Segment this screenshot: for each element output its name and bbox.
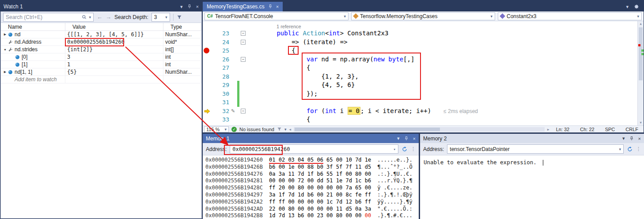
watch-value[interactable]: 0x000002556b194260 (65, 38, 163, 45)
watch-search-box[interactable]: ▾ (3, 13, 94, 22)
filter-icon[interactable] (177, 15, 182, 20)
collapse-region-icon[interactable]: − (241, 57, 246, 62)
search-icon[interactable] (82, 15, 87, 20)
scroll-right-icon[interactable]: ▸ (547, 127, 549, 132)
editor-horizontal-scrollbar[interactable] (294, 127, 545, 132)
column-header-name[interactable]: Name (1, 23, 65, 30)
memory2-view[interactable]: Unable to evaluate the expression. (420, 155, 644, 219)
chevron-down-icon[interactable]: ▾ (392, 147, 396, 151)
search-prev-icon[interactable]: ← (97, 14, 102, 20)
toolbar-overflow-icon[interactable]: ⋮ (636, 146, 641, 152)
line-number: 29 (209, 81, 229, 90)
collapse-region-icon[interactable]: − (241, 109, 246, 113)
code-text[interactable]: var nd = np.array(new byte[,] (307, 55, 414, 64)
watch-row[interactable]: ▶nd[1, 1]{5}NumShar... (1, 68, 201, 76)
memory1-hex-view[interactable]: 0x000002556B19426001 02 03 04 05 06 65 0… (203, 155, 419, 219)
annotation-underlined-bytes: 01 02 03 04 05 06 (269, 157, 323, 164)
window-position-icon[interactable]: ▾ (397, 136, 400, 141)
code-text[interactable]: { (292, 46, 295, 55)
pin-icon[interactable] (629, 136, 634, 141)
health-status-label[interactable]: No issues found (239, 127, 274, 132)
code-text[interactable]: { (307, 115, 310, 124)
status-column-number[interactable]: Ch: 22 (576, 127, 598, 132)
collapse-region-icon[interactable]: − (241, 40, 246, 45)
expand-icon[interactable]: ▶ (3, 70, 8, 74)
window-position-icon[interactable]: ▾ (180, 4, 183, 10)
issues-filter-icon[interactable]: ▾ (277, 127, 287, 132)
close-icon[interactable]: × (196, 4, 199, 9)
no-icon (8, 77, 13, 83)
code-text[interactable]: }); (307, 90, 318, 98)
chevron-down-icon[interactable]: ▾ (617, 147, 621, 151)
close-icon[interactable]: × (638, 136, 641, 141)
status-insert-mode[interactable]: SPC (601, 127, 619, 132)
code-text[interactable]: for (int i = 0; i < iterate; i++)≤ 2ms e… (307, 107, 478, 116)
scrollbar-thumb[interactable] (295, 128, 440, 131)
pin-icon[interactable] (404, 136, 409, 141)
search-depth-select[interactable]: 3 ▾ (152, 13, 170, 22)
project-dropdown[interactable]: C# TensorFlowNET.Console ▾ (205, 12, 349, 20)
refresh-icon[interactable] (627, 146, 633, 152)
codelens-references[interactable]: 1 reference (203, 21, 644, 29)
toolbar-overflow-icon[interactable]: ⋮ (411, 146, 416, 152)
watch-row[interactable]: nd.Address0x000002556b194260void* (1, 38, 201, 46)
memory-bytes: ff ff 00 00 00 00 1c 7d 12 b6 ff (269, 199, 371, 205)
memory1-titlebar[interactable]: Memory 1 ▾ × (203, 134, 419, 143)
code-text[interactable]: {1, 2, 3}, (322, 72, 359, 81)
zoom-select[interactable]: 115 % ▾ (204, 126, 229, 132)
watch-value[interactable]: {int[2]} (65, 46, 163, 53)
search-input[interactable] (6, 14, 82, 20)
search-next-icon[interactable]: → (106, 14, 111, 20)
search-options-caret-icon[interactable]: ▾ (87, 15, 91, 19)
window-position-icon[interactable]: ▾ (622, 136, 625, 141)
watch-value[interactable]: {5} (65, 68, 163, 76)
perf-tip[interactable]: ≤ 2ms elapsed (443, 108, 478, 114)
code-text[interactable]: { (307, 64, 310, 72)
editor-window: MemoryTestingCases.cs × ▾ C# TensorFlowN… (203, 2, 644, 132)
close-icon[interactable]: × (413, 136, 416, 141)
watch-row[interactable]: ▼nd.strides{int[2]}int[] (1, 46, 201, 53)
editor-vertical-scrollbar[interactable]: ▲ ▼ (637, 21, 644, 125)
memory-bytes: 1d 7d 13 b6 00 23 00 80 00 00 00 (269, 212, 371, 219)
status-line-number[interactable]: Ln: 32 (552, 127, 574, 132)
watch-row[interactable]: ▶nd{[[1, 2, 3], [4, 5, 6]]}NumShar... (1, 31, 201, 38)
health-check-icon[interactable]: ✓ (231, 127, 237, 132)
address-input[interactable]: tensor.TensorDataPointer ▾ (447, 144, 624, 154)
gear-icon[interactable] (634, 4, 639, 9)
scroll-left-icon[interactable]: ◂ (289, 127, 291, 132)
code-text[interactable]: => (iterate) => (292, 38, 347, 47)
watch-expression: nd.Address (15, 39, 42, 45)
collapse-icon[interactable]: ▼ (3, 48, 8, 51)
column-header-value[interactable]: Value (65, 23, 163, 30)
expand-icon[interactable]: ▶ (3, 33, 8, 36)
watch-value[interactable] (65, 76, 163, 83)
member-dropdown[interactable]: Constant2x3 ▾ (498, 12, 642, 20)
memory2-titlebar[interactable]: Memory 2 ▾ × (420, 134, 644, 143)
column-header-type[interactable]: Type (163, 23, 201, 30)
memory-bytes: 3a 1f 7d 1d b6 00 21 00 8c fe ff (269, 192, 371, 198)
collapse-region-icon[interactable]: − (241, 31, 246, 36)
close-icon[interactable]: × (276, 4, 279, 9)
status-line-ending[interactable]: CRLF (621, 127, 642, 132)
address-input[interactable]: 0x000002556B194260 ▾ (230, 144, 398, 154)
scroll-up-icon[interactable]: ▲ (638, 22, 644, 26)
watch-row[interactable]: [1]1int (1, 61, 201, 68)
code-text[interactable]: public Action<int> Constant2x3 (277, 29, 388, 38)
refresh-icon[interactable] (402, 146, 408, 152)
watch-value[interactable]: {[[1, 2, 3], [4, 5, 6]]} (65, 31, 163, 38)
type-dropdown[interactable]: Tensorflow.MemoryTestingCases ▾ (351, 12, 495, 20)
watch-rows: ▶nd{[[1, 2, 3], [4, 5, 6]]}NumShar...nd.… (1, 31, 201, 83)
scroll-down-icon[interactable]: ▼ (638, 121, 644, 125)
watch-row[interactable]: [0]3int (1, 53, 201, 61)
watch-value[interactable]: 3 (65, 53, 163, 60)
code-text[interactable]: {4, 5, 6} (322, 81, 355, 90)
pin-icon[interactable] (268, 4, 273, 9)
watch-titlebar[interactable]: Watch 1 ▾ × (0, 2, 202, 11)
watch-add-row[interactable]: Add item to watch (1, 76, 201, 83)
code-area[interactable]: 1 reference 23−public Action<int> Consta… (203, 21, 644, 125)
tab-memorytestingcases[interactable]: MemoryTestingCases.cs × (203, 2, 283, 11)
pin-icon[interactable] (187, 4, 192, 9)
code-line-29: 29{4, 5, 6} (203, 81, 644, 90)
active-files-chevron-icon[interactable]: ▾ (626, 4, 629, 10)
watch-value[interactable]: 1 (65, 61, 163, 68)
